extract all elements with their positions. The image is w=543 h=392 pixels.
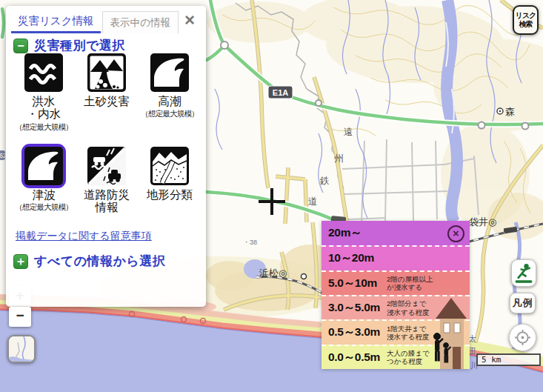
collapse-minus-icon[interactable]: − bbox=[13, 39, 28, 53]
label-mori: 森 bbox=[505, 106, 515, 117]
legend-row: 3.0～5.0m 2階部分まで 浸水する程度 bbox=[322, 295, 470, 319]
hazard-tsunami[interactable]: 津波 （想定最大規模） bbox=[15, 147, 73, 216]
label-spot-height: ・38 bbox=[243, 239, 257, 246]
data-notes-link[interactable]: 掲載データに関する留意事項 bbox=[16, 230, 152, 243]
risk-info-panel: 災害リスク情報 表示中の情報 × − 災害種別で選択 洪水 ・内水 （想定最大規… bbox=[6, 6, 206, 307]
svg-text:鉄: 鉄 bbox=[320, 176, 330, 186]
minimap-preview bbox=[9, 336, 34, 362]
minimap[interactable] bbox=[7, 335, 36, 363]
tsunami-depth-legend: × 20m～ 10～20m 5.0～10m 2階の屋根以上 が浸水する 3.0～… bbox=[322, 221, 470, 369]
svg-text:E1A: E1A bbox=[273, 88, 288, 97]
section-select-by-type: − 災害種別で選択 bbox=[13, 37, 125, 54]
hazard-grid-row1: 洪水 ・内水 （想定最大規模） 土砂災害 bbox=[15, 53, 199, 133]
risk-search-button[interactable]: リスク 検索 bbox=[513, 5, 539, 35]
legend-close-icon[interactable]: × bbox=[447, 225, 464, 242]
legend-row: 0.5～3.0m 1階天井まで 浸水する程度 bbox=[322, 319, 470, 344]
current-location-button[interactable] bbox=[509, 324, 536, 351]
flood-icon bbox=[24, 53, 63, 92]
expand-plus-icon[interactable]: ＋ bbox=[13, 254, 28, 269]
tab-disaster-risk[interactable]: 災害リスク情報 bbox=[11, 10, 101, 33]
hazard-road-disaster[interactable]: 道路防災 情報 bbox=[78, 147, 136, 216]
svg-text:道: 道 bbox=[308, 196, 318, 207]
hazard-map-app: 62 E1A 森 袋井◎ 浜松◎ ・38 遠 州 鉄 道 太 田 川 bbox=[0, 0, 543, 392]
legend-row: 0.0～0.5m 大人の膝まで つかる程度 bbox=[322, 345, 470, 369]
close-icon[interactable]: × bbox=[181, 12, 199, 30]
map-scale-bar: 5 km bbox=[476, 353, 541, 366]
hazard-landslide[interactable]: 土砂災害 bbox=[78, 53, 136, 133]
tsunami-icon bbox=[21, 144, 66, 188]
section-title-all: すべての情報から選択 bbox=[34, 253, 165, 270]
road-disaster-icon bbox=[87, 147, 126, 185]
storm-surge-icon bbox=[150, 53, 189, 92]
hazard-storm-surge[interactable]: 高潮 （想定最大規模） bbox=[141, 53, 199, 133]
hazard-flood[interactable]: 洪水 ・内水 （想定最大規模） bbox=[15, 53, 73, 133]
tab-displayed-info[interactable]: 表示中の情報 bbox=[102, 11, 179, 33]
section-select-all: ＋ すべての情報から選択 bbox=[13, 253, 165, 270]
legend-row: 5.0～10m 2階の屋根以上 が浸水する bbox=[322, 270, 470, 295]
label-hamamatsu: 浜松◎ bbox=[259, 268, 287, 279]
hazard-grid-row2: 津波 （想定最大規模） bbox=[15, 147, 199, 216]
panel-tabbar: 災害リスク情報 表示中の情報 bbox=[11, 10, 201, 33]
section-title: 災害種別で選択 bbox=[34, 37, 125, 54]
hazard-terrain[interactable]: 地形分類 bbox=[141, 147, 199, 216]
expressway-badge: E1A bbox=[268, 86, 293, 99]
running-person-icon bbox=[513, 261, 535, 285]
zoom-out-button[interactable]: − bbox=[9, 307, 31, 327]
label-fukuroi: 袋井◎ bbox=[469, 216, 496, 227]
evacuation-site-button[interactable] bbox=[511, 259, 536, 287]
legend-toggle-button[interactable]: 凡例 bbox=[510, 293, 536, 313]
gps-target-icon bbox=[511, 326, 534, 349]
svg-text:州: 州 bbox=[334, 153, 344, 164]
landslide-icon bbox=[87, 53, 126, 92]
legend-row: 10～20m bbox=[322, 245, 470, 270]
svg-text:遠: 遠 bbox=[344, 127, 353, 137]
terrain-icon bbox=[150, 147, 189, 185]
